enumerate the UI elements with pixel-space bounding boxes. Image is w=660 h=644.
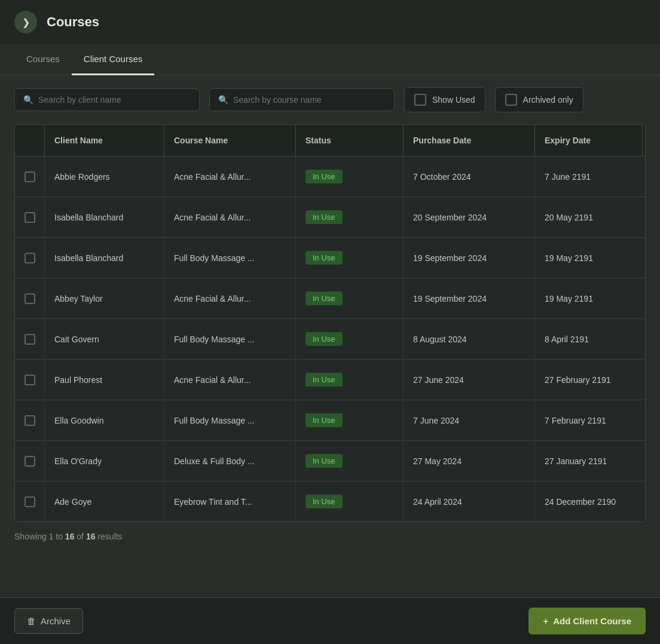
table-row[interactable]: Isabella Blanchard Acne Facial & Allur..…	[15, 197, 646, 237]
table-row[interactable]: Ella Goodwin Full Body Massage ... In Us…	[15, 400, 646, 440]
cell-course-name: Acne Facial & Allur...	[164, 157, 296, 197]
row-checkbox-cell[interactable]	[15, 441, 45, 481]
search-course-input[interactable]	[233, 95, 386, 105]
search-client-input[interactable]	[38, 95, 191, 105]
cell-expiry-date: 7 February 2191	[535, 400, 643, 440]
row-checkbox-cell[interactable]	[15, 360, 45, 400]
cell-status: In Use	[296, 319, 404, 359]
status-badge: In Use	[305, 170, 343, 183]
row-checkbox-cell[interactable]	[15, 319, 45, 359]
courses-table: Client Name Course Name Status Purchase …	[14, 124, 646, 522]
row-checkbox[interactable]	[25, 375, 35, 385]
plus-icon: +	[543, 616, 548, 626]
archive-button[interactable]: 🗑 Archive	[14, 608, 83, 634]
status-badge: In Use	[305, 292, 343, 305]
row-checkbox-cell[interactable]	[15, 197, 45, 237]
row-checkbox[interactable]	[25, 334, 35, 345]
row-checkbox[interactable]	[25, 293, 35, 304]
status-badge: In Use	[305, 210, 343, 224]
cell-course-name: Full Body Massage ...	[164, 238, 296, 278]
tab-client-courses[interactable]: Client Courses	[72, 44, 154, 75]
cell-status: In Use	[296, 278, 404, 318]
show-used-checkbox[interactable]	[414, 94, 426, 106]
table-row[interactable]: Abbie Rodgers Acne Facial & Allur... In …	[15, 156, 646, 197]
cell-client-name: Paul Phorest	[45, 360, 164, 400]
search-course-box[interactable]: 🔍	[209, 88, 395, 111]
cell-purchase-date: 7 October 2024	[404, 157, 535, 197]
cell-status: In Use	[296, 360, 404, 400]
table-row[interactable]: Paul Phorest Acne Facial & Allur... In U…	[15, 359, 646, 400]
archive-label: Archive	[41, 616, 71, 626]
col-expiry-date: Expiry Date	[535, 125, 643, 156]
status-badge: In Use	[305, 454, 343, 468]
cell-client-name: Abbey Taylor	[45, 278, 164, 318]
cell-purchase-date: 8 August 2024	[404, 319, 535, 359]
status-badge: In Use	[305, 373, 343, 387]
table-row[interactable]: Abbey Taylor Acne Facial & Allur... In U…	[15, 278, 646, 318]
row-checkbox[interactable]	[25, 212, 35, 223]
col-purchase-date: Purchase Date	[404, 125, 535, 156]
cell-expiry-date: 19 May 2191	[535, 238, 643, 278]
row-checkbox[interactable]	[25, 415, 35, 426]
table-row[interactable]: Ella O'Grady Deluxe & Full Body ... In U…	[15, 440, 646, 481]
status-badge: In Use	[305, 413, 343, 427]
col-select	[15, 125, 45, 156]
table-body: Abbie Rodgers Acne Facial & Allur... In …	[15, 156, 646, 522]
footer: 🗑 Archive + Add Client Course	[0, 597, 660, 644]
header: ❯ Courses	[0, 0, 660, 44]
col-course-name: Course Name	[164, 125, 296, 156]
table-row[interactable]: Ade Goye Eyebrow Tint and T... In Use 24…	[15, 481, 646, 522]
col-status: Status	[296, 125, 404, 156]
cell-status: In Use	[296, 238, 404, 278]
cell-purchase-date: 27 June 2024	[404, 360, 535, 400]
table-row[interactable]: Cait Govern Full Body Massage ... In Use…	[15, 318, 646, 359]
back-button[interactable]: ❯	[14, 11, 37, 33]
col-client-name: Client Name	[45, 125, 164, 156]
tab-courses[interactable]: Courses	[14, 44, 72, 75]
cell-expiry-date: 7 June 2191	[535, 157, 643, 197]
controls-bar: 🔍 🔍 Show Used Archived only	[0, 75, 660, 124]
cell-expiry-date: 19 May 2191	[535, 278, 643, 318]
show-used-toggle[interactable]: Show Used	[404, 87, 485, 112]
row-checkbox-cell[interactable]	[15, 482, 45, 522]
cell-expiry-date: 27 February 2191	[535, 360, 643, 400]
search-icon: 🔍	[23, 95, 33, 105]
row-checkbox-cell[interactable]	[15, 238, 45, 278]
table-row[interactable]: Isabella Blanchard Full Body Massage ...…	[15, 237, 646, 278]
status-badge: In Use	[305, 495, 343, 508]
add-client-course-button[interactable]: + Add Client Course	[528, 608, 646, 634]
show-used-label: Show Used	[432, 95, 475, 105]
cell-status: In Use	[296, 482, 404, 522]
cell-status: In Use	[296, 157, 404, 197]
row-checkbox-cell[interactable]	[15, 278, 45, 318]
row-checkbox-cell[interactable]	[15, 157, 45, 197]
row-checkbox-cell[interactable]	[15, 400, 45, 440]
cell-client-name: Isabella Blanchard	[45, 238, 164, 278]
row-checkbox[interactable]	[25, 496, 35, 507]
cell-status: In Use	[296, 441, 404, 481]
search-client-box[interactable]: 🔍	[14, 88, 200, 111]
cell-course-name: Acne Facial & Allur...	[164, 360, 296, 400]
cell-expiry-date: 20 May 2191	[535, 197, 643, 237]
row-checkbox[interactable]	[25, 456, 35, 467]
status-badge: In Use	[305, 251, 343, 265]
cell-purchase-date: 19 September 2024	[404, 238, 535, 278]
cell-purchase-date: 20 September 2024	[404, 197, 535, 237]
archived-only-label: Archived only	[523, 95, 573, 105]
cell-status: In Use	[296, 197, 404, 237]
row-checkbox[interactable]	[25, 253, 35, 263]
cell-client-name: Ella O'Grady	[45, 441, 164, 481]
table-with-scrollbar: Client Name Course Name Status Purchase …	[15, 125, 645, 522]
archived-only-toggle[interactable]: Archived only	[495, 87, 583, 112]
cell-course-name: Full Body Massage ...	[164, 319, 296, 359]
archived-only-checkbox[interactable]	[505, 94, 517, 106]
cell-course-name: Deluxe & Full Body ...	[164, 441, 296, 481]
cell-purchase-date: 19 September 2024	[404, 278, 535, 318]
row-checkbox[interactable]	[25, 171, 35, 182]
cell-client-name: Ella Goodwin	[45, 400, 164, 440]
pagination-text: Showing 1 to 16 of 16 results	[14, 532, 123, 541]
cell-course-name: Acne Facial & Allur...	[164, 278, 296, 318]
cell-purchase-date: 27 May 2024	[404, 441, 535, 481]
cell-expiry-date: 8 April 2191	[535, 319, 643, 359]
pagination: Showing 1 to 16 of 16 results	[0, 522, 660, 551]
